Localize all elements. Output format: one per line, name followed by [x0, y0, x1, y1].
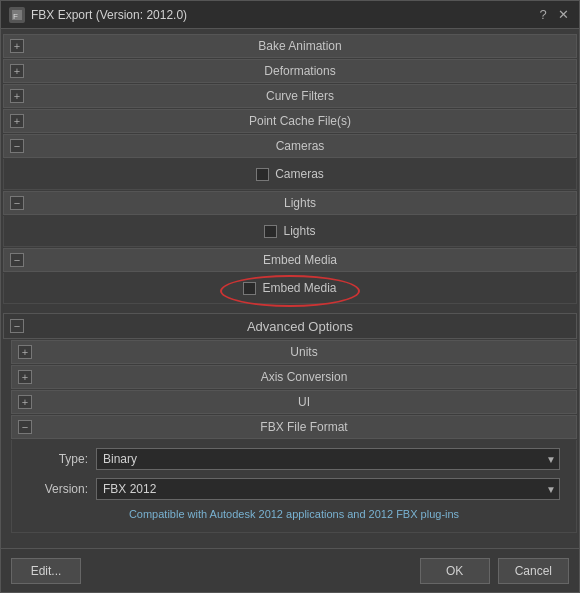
toggle-cameras[interactable]: −	[10, 139, 24, 153]
lights-checkbox[interactable]	[264, 225, 277, 238]
toggle-deformations[interactable]: +	[10, 64, 24, 78]
toggle-advanced-options[interactable]: −	[10, 319, 24, 333]
embed-media-checkbox-label: Embed Media	[262, 281, 336, 295]
label-bake-animation: Bake Animation	[30, 39, 570, 53]
embed-media-checkbox-row: Embed Media	[16, 277, 564, 299]
edit-button[interactable]: Edit...	[11, 558, 81, 584]
label-cameras: Cameras	[30, 139, 570, 153]
content-area: + Bake Animation + Deformations + Curve …	[1, 29, 579, 548]
section-fbx-file-format[interactable]: − FBX File Format	[11, 415, 577, 439]
version-label: Version:	[28, 482, 88, 496]
version-select-wrapper: FBX 2012 FBX 2011 FBX 2010 FBX 2009 FBX …	[96, 478, 560, 500]
label-curve-filters: Curve Filters	[30, 89, 570, 103]
cancel-button[interactable]: Cancel	[498, 558, 569, 584]
bottom-bar: Edit... OK Cancel	[1, 548, 579, 592]
cameras-checkbox-label: Cameras	[275, 167, 324, 181]
section-axis-conversion[interactable]: + Axis Conversion	[11, 365, 577, 389]
label-lights: Lights	[30, 196, 570, 210]
toggle-units[interactable]: +	[18, 345, 32, 359]
toggle-embed-media[interactable]: −	[10, 253, 24, 267]
title-bar: F FBX Export (Version: 2012.0) ? ✕	[1, 1, 579, 29]
cameras-checkbox[interactable]	[256, 168, 269, 181]
label-embed-media: Embed Media	[30, 253, 570, 267]
label-ui: UI	[38, 395, 570, 409]
label-units: Units	[38, 345, 570, 359]
body-cameras: Cameras	[3, 159, 577, 190]
toggle-ui[interactable]: +	[18, 395, 32, 409]
section-deformations[interactable]: + Deformations	[3, 59, 577, 83]
type-row: Type: Binary ASCII ▼	[24, 444, 564, 474]
close-button[interactable]: ✕	[555, 7, 571, 23]
lights-checkbox-label: Lights	[283, 224, 315, 238]
label-axis-conversion: Axis Conversion	[38, 370, 570, 384]
embed-media-checkbox[interactable]	[243, 282, 256, 295]
cameras-checkbox-row: Cameras	[16, 163, 564, 185]
fbx-export-window: F FBX Export (Version: 2012.0) ? ✕ + Bak…	[0, 0, 580, 593]
version-row: Version: FBX 2012 FBX 2011 FBX 2010 FBX …	[24, 474, 564, 504]
toggle-lights[interactable]: −	[10, 196, 24, 210]
label-advanced-options: Advanced Options	[30, 319, 570, 334]
section-bake-animation[interactable]: + Bake Animation	[3, 34, 577, 58]
window-title: FBX Export (Version: 2012.0)	[31, 8, 187, 22]
section-embed-media[interactable]: − Embed Media	[3, 248, 577, 272]
section-advanced-options[interactable]: − Advanced Options	[3, 313, 577, 339]
toggle-curve-filters[interactable]: +	[10, 89, 24, 103]
toggle-axis-conversion[interactable]: +	[18, 370, 32, 384]
ok-button[interactable]: OK	[420, 558, 490, 584]
window-icon: F	[9, 7, 25, 23]
help-button[interactable]: ?	[535, 7, 551, 23]
label-point-cache: Point Cache File(s)	[30, 114, 570, 128]
toggle-point-cache[interactable]: +	[10, 114, 24, 128]
section-point-cache[interactable]: + Point Cache File(s)	[3, 109, 577, 133]
label-deformations: Deformations	[30, 64, 570, 78]
label-fbx-file-format: FBX File Format	[38, 420, 570, 434]
type-label: Type:	[28, 452, 88, 466]
toggle-fbx-file-format[interactable]: −	[18, 420, 32, 434]
section-ui[interactable]: + UI	[11, 390, 577, 414]
version-select[interactable]: FBX 2012 FBX 2011 FBX 2010 FBX 2009 FBX …	[96, 478, 560, 500]
section-units[interactable]: + Units	[11, 340, 577, 364]
body-fbx-file-format: Type: Binary ASCII ▼ Version: FBX 201	[11, 440, 577, 533]
svg-text:F: F	[13, 12, 18, 20]
type-select[interactable]: Binary ASCII	[96, 448, 560, 470]
body-embed-media: Embed Media	[3, 273, 577, 304]
scroll-area[interactable]: + Bake Animation + Deformations + Curve …	[1, 29, 579, 548]
toggle-bake-animation[interactable]: +	[10, 39, 24, 53]
type-select-wrapper: Binary ASCII ▼	[96, 448, 560, 470]
body-lights: Lights	[3, 216, 577, 247]
section-cameras[interactable]: − Cameras	[3, 134, 577, 158]
section-curve-filters[interactable]: + Curve Filters	[3, 84, 577, 108]
lights-checkbox-row: Lights	[16, 220, 564, 242]
section-lights[interactable]: − Lights	[3, 191, 577, 215]
compat-text: Compatible with Autodesk 2012 applicatio…	[24, 504, 564, 524]
